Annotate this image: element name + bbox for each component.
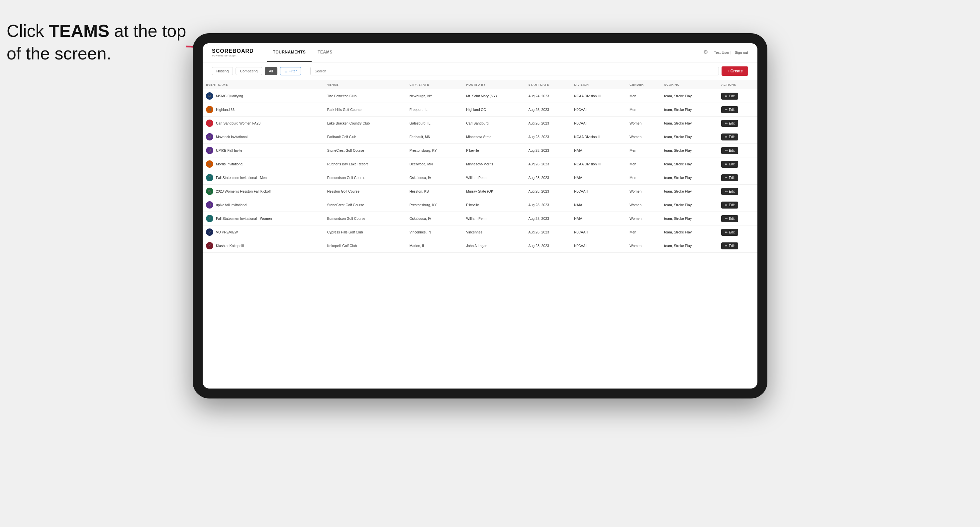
table-row: H Highland 36 Park Hills Golf Course Fre… [203, 103, 757, 117]
cell-gender-10: Men [626, 225, 661, 239]
event-name-text-2: Carl Sandburg Women FA23 [216, 121, 261, 125]
col-gender: GENDER [626, 80, 661, 89]
team-logo-5: M [206, 160, 213, 168]
cell-actions-1: ✏ Edit [718, 103, 757, 117]
cell-division-4: NAIA [571, 144, 626, 157]
cell-start-date-11: Aug 28, 2023 [525, 239, 571, 253]
cell-division-5: NCAA Division III [571, 157, 626, 171]
cell-hosted-by-10: Vincennes [463, 225, 525, 239]
edit-btn-8[interactable]: ✏ Edit [721, 202, 738, 208]
col-division: DIVISION [571, 80, 626, 89]
competing-filter-btn[interactable]: Competing [235, 67, 262, 75]
cell-scoring-2: team, Stroke Play [661, 117, 718, 130]
cell-start-date-2: Aug 26, 2023 [525, 117, 571, 130]
cell-start-date-9: Aug 28, 2023 [525, 212, 571, 225]
cell-scoring-4: team, Stroke Play [661, 144, 718, 157]
table-row: M Maverick Invitational Faribault Golf C… [203, 130, 757, 144]
edit-btn-2[interactable]: ✏ Edit [721, 120, 738, 127]
gear-icon[interactable]: ⚙ [703, 49, 711, 56]
cell-scoring-8: team, Stroke Play [661, 198, 718, 212]
edit-btn-5[interactable]: ✏ Edit [721, 161, 738, 168]
table-row: W 2023 Women's Hesston Fall Kickoff Hess… [203, 185, 757, 198]
event-name-text-8: upike fall invitational [216, 203, 247, 207]
team-logo-9: F [206, 215, 213, 222]
cell-event-name-6: F Fall Statesmen Invitational - Men [203, 171, 324, 185]
edit-icon-10: ✏ [725, 230, 727, 234]
cell-city-state-10: Vincennes, IN [406, 225, 463, 239]
cell-event-name-3: M Maverick Invitational [203, 130, 324, 144]
cell-gender-9: Women [626, 212, 661, 225]
team-logo-8: U [206, 201, 213, 208]
nav-tab-teams[interactable]: TEAMS [312, 43, 339, 62]
sign-out-link[interactable]: Sign out [735, 51, 748, 54]
edit-btn-4[interactable]: ✏ Edit [721, 147, 738, 154]
cell-scoring-7: team, Stroke Play [661, 185, 718, 198]
edit-icon-3: ✏ [725, 135, 727, 139]
cell-scoring-5: team, Stroke Play [661, 157, 718, 171]
edit-btn-7[interactable]: ✏ Edit [721, 188, 738, 195]
edit-btn-3[interactable]: ✏ Edit [721, 133, 738, 140]
col-hosted-by: HOSTED BY [463, 80, 525, 89]
event-name-text-0: MSMC Qualifying 1 [216, 94, 246, 98]
cell-actions-4: ✏ Edit [718, 144, 757, 157]
team-logo-6: F [206, 174, 213, 181]
hosting-filter-btn[interactable]: Hosting [212, 67, 233, 75]
cell-event-name-7: W 2023 Women's Hesston Fall Kickoff [203, 185, 324, 198]
cell-gender-4: Men [626, 144, 661, 157]
cell-event-name-10: V VU PREVIEW [203, 225, 324, 239]
cell-start-date-1: Aug 25, 2023 [525, 103, 571, 117]
cell-gender-3: Women [626, 130, 661, 144]
cell-venue-2: Lake Bracken Country Club [324, 117, 406, 130]
cell-actions-0: ✏ Edit [718, 89, 757, 103]
cell-city-state-4: Prestonsburg, KY [406, 144, 463, 157]
all-filter-btn[interactable]: All [265, 67, 277, 75]
search-input[interactable] [310, 67, 719, 75]
cell-start-date-3: Aug 28, 2023 [525, 130, 571, 144]
cell-division-11: NJCAA I [571, 239, 626, 253]
event-name-text-10: VU PREVIEW [216, 230, 238, 234]
logo-sub: Powered by clippit [212, 54, 254, 57]
edit-btn-0[interactable]: ✏ Edit [721, 93, 738, 100]
edit-btn-9[interactable]: ✏ Edit [721, 215, 738, 222]
cell-city-state-0: Newburgh, NY [406, 89, 463, 103]
cell-gender-11: Women [626, 239, 661, 253]
edit-icon-2: ✏ [725, 122, 727, 125]
nav-tab-tournaments[interactable]: TOURNAMENTS [267, 43, 312, 62]
cell-venue-0: The Powelton Club [324, 89, 406, 103]
cell-venue-9: Edmundson Golf Course [324, 212, 406, 225]
cell-division-0: NCAA Division III [571, 89, 626, 103]
team-logo-7: W [206, 187, 213, 195]
cell-venue-8: StoneCrest Golf Course [324, 198, 406, 212]
cell-hosted-by-2: Carl Sandburg [463, 117, 525, 130]
cell-actions-8: ✏ Edit [718, 198, 757, 212]
cell-venue-5: Ruttger's Bay Lake Resort [324, 157, 406, 171]
cell-actions-9: ✏ Edit [718, 212, 757, 225]
tablet-frame: SCOREBOARD Powered by clippit TOURNAMENT… [192, 33, 767, 398]
cell-division-7: NJCAA II [571, 185, 626, 198]
cell-gender-0: Men [626, 89, 661, 103]
edit-icon-9: ✏ [725, 217, 727, 221]
edit-btn-6[interactable]: ✏ Edit [721, 175, 738, 181]
cell-venue-10: Cypress Hills Golf Club [324, 225, 406, 239]
cell-venue-7: Hesston Golf Course [324, 185, 406, 198]
col-event-name: EVENT NAME [203, 80, 324, 89]
cell-actions-5: ✏ Edit [718, 157, 757, 171]
filter-icon-btn[interactable]: ☰ Filter [280, 67, 301, 75]
cell-scoring-1: team, Stroke Play [661, 103, 718, 117]
cell-venue-11: Kokopelli Golf Club [324, 239, 406, 253]
create-btn[interactable]: + Create [722, 67, 748, 76]
edit-btn-1[interactable]: ✏ Edit [721, 106, 738, 113]
cell-actions-2: ✏ Edit [718, 117, 757, 130]
event-name-text-6: Fall Statesmen Invitational - Men [216, 176, 267, 179]
cell-division-3: NCAA Division II [571, 130, 626, 144]
edit-btn-11[interactable]: ✏ Edit [721, 243, 738, 249]
cell-city-state-5: Deerwood, MN [406, 157, 463, 171]
col-start-date: START DATE [525, 80, 571, 89]
cell-hosted-by-3: Minnesota State [463, 130, 525, 144]
edit-btn-10[interactable]: ✏ Edit [721, 229, 738, 236]
cell-hosted-by-7: Murray State (OK) [463, 185, 525, 198]
cell-division-8: NAIA [571, 198, 626, 212]
edit-icon-11: ✏ [725, 244, 727, 248]
tournaments-table: EVENT NAME VENUE CITY, STATE HOSTED BY S… [203, 80, 757, 253]
team-logo-3: M [206, 133, 213, 140]
